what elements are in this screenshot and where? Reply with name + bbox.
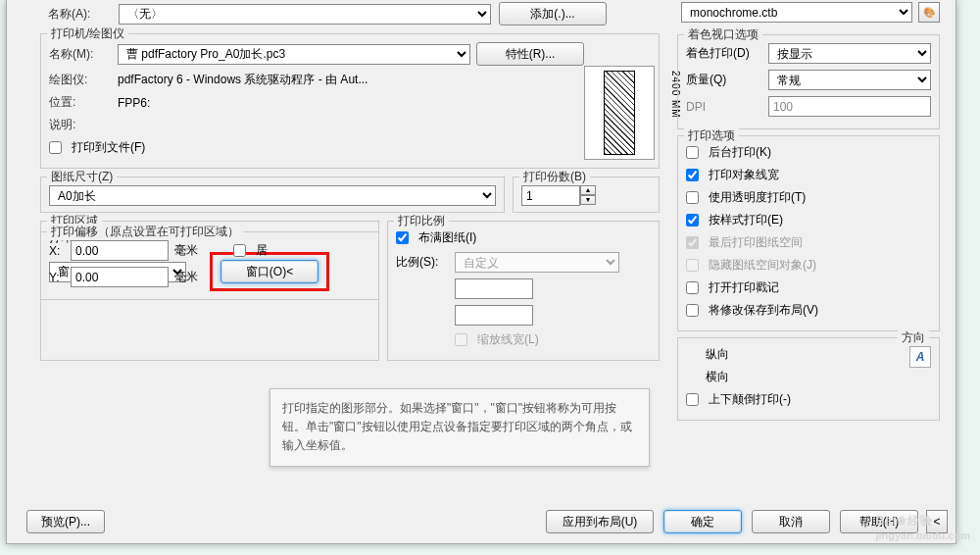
lineweights-checkbox[interactable] (686, 169, 699, 181)
apply-layout-button[interactable]: 应用到布局(U) (546, 510, 654, 533)
cancel-button[interactable]: 取消 (752, 510, 830, 533)
last-paperspace-checkbox (686, 236, 699, 249)
name-m-select[interactable]: 曹 pdfFactory Pro_A0加长.pc3 (118, 44, 470, 65)
transparency-checkbox[interactable] (686, 191, 699, 204)
location-value: FPP6: (118, 96, 150, 110)
copies-spinner[interactable]: ▲▼ (521, 185, 596, 206)
transparency-label: 使用透明度打印(T) (709, 189, 806, 206)
portrait-label: 纵向 (706, 346, 729, 363)
copies-down[interactable]: ▼ (580, 195, 596, 205)
ctb-edit-button[interactable]: 🎨 (918, 2, 940, 23)
copies-legend: 打印份数(B) (519, 169, 590, 185)
plot-stamp-label: 打开打印戳记 (709, 279, 779, 296)
ok-button[interactable]: 确定 (663, 510, 742, 533)
copies-up[interactable]: ▲ (580, 185, 596, 195)
print-to-file-label: 打印到文件(F) (72, 139, 145, 156)
offset-fieldset: 打印偏移（原点设置在可打印区域） X: 毫米 居 Y: 毫米 (40, 231, 379, 300)
hide-paperspace-checkbox (686, 259, 699, 272)
upside-down-label: 上下颠倒打印(-) (709, 391, 791, 408)
y-unit: 毫米 (174, 269, 198, 285)
paper-size-fieldset: 图纸尺寸(Z) A0加长 (40, 177, 505, 213)
quality-label: 质量(Q) (686, 72, 762, 88)
landscape-label: 横向 (706, 369, 729, 385)
save-layout-label: 将修改保存到布局(V) (709, 302, 818, 319)
center-checkbox[interactable] (233, 244, 246, 257)
preview-button[interactable]: 预览(P)... (26, 510, 105, 533)
tooltip-popup: 打印指定的图形部分。如果选择"窗口"，"窗口"按钮将称为可用按钮。单击"窗口"按… (270, 388, 650, 467)
print-to-file-checkbox[interactable] (49, 141, 62, 154)
plotter-label: 绘图仪: (49, 72, 112, 88)
bg-plot-checkbox[interactable] (686, 146, 699, 159)
quality-select[interactable]: 常规 (768, 70, 931, 90)
help-button[interactable]: 帮助(H) (840, 510, 918, 533)
orientation-legend: 方向 (898, 329, 929, 346)
dialog-buttons: 预览(P)... 应用到布局(U) 确定 取消 帮助(H) < (26, 510, 948, 533)
x-unit: 毫米 (174, 242, 198, 259)
ratio-select: 自定义 (455, 252, 619, 273)
left-column: 名称(A): 〈无〉 添加(.)... 打印机/绘图仪 名称(M): 曹 pdf… (26, 0, 660, 306)
ratio-label: 比例(S): (396, 254, 449, 271)
hatch-icon (604, 71, 635, 155)
printer-legend: 打印机/绘图仪 (47, 25, 128, 42)
scale-unit2-input (455, 305, 533, 326)
add-button[interactable]: 添加(.)... (499, 2, 607, 25)
scale-unit1-input (455, 278, 533, 299)
location-label: 位置: (49, 94, 112, 111)
scale-lineweights-label: 缩放线宽(L) (477, 331, 539, 348)
ctb-row: monochrome.ctb 🎨 (669, 0, 948, 28)
plot-dialog: 名称(A): 〈无〉 添加(.)... 打印机/绘图仪 名称(M): 曹 pdf… (6, 0, 956, 544)
orientation-icon: A (909, 346, 931, 368)
paper-preview: 2400 MM (584, 66, 655, 160)
paper-size-select[interactable]: A0加长 (49, 185, 496, 206)
lineweights-label: 打印对象线宽 (709, 167, 779, 183)
save-layout-checkbox[interactable] (686, 304, 699, 317)
scale-lineweights-checkbox (455, 333, 467, 346)
y-input[interactable] (71, 267, 169, 287)
plot-styles-checkbox[interactable] (686, 214, 699, 227)
properties-button[interactable]: 特性(R)... (476, 42, 584, 66)
orientation-fieldset: 方向 纵向 横向 上下颠倒打印(-) A (677, 337, 940, 421)
name-a-select[interactable]: 〈无〉 (119, 4, 491, 25)
hide-paperspace-label: 隐藏图纸空间对象(J) (709, 257, 816, 274)
description-label: 说明: (49, 117, 112, 133)
name-m-label: 名称(M): (49, 46, 112, 63)
shade-print-select[interactable]: 按显示 (768, 43, 931, 64)
plot-styles-label: 按样式打印(E) (709, 212, 783, 228)
printer-fieldset: 打印机/绘图仪 名称(M): 曹 pdfFactory Pro_A0加长.pc3… (40, 33, 660, 169)
print-scale-fieldset: 打印比例 布满图纸(I) 比例(S): 自定义 (387, 221, 660, 361)
paper-size-legend: 图纸尺寸(Z) (47, 169, 117, 185)
print-scale-legend: 打印比例 (394, 213, 449, 229)
name-a-label: 名称(A): (48, 6, 111, 23)
center-label: 居 (256, 242, 268, 259)
dpi-input (768, 96, 931, 117)
fit-to-paper-label: 布满图纸(I) (418, 229, 476, 246)
upside-down-checkbox[interactable] (686, 393, 699, 406)
fit-to-paper-checkbox[interactable] (396, 231, 409, 244)
ctb-select[interactable]: monochrome.ctb (681, 2, 912, 23)
right-column: monochrome.ctb 🎨 着色视口选项 着色打印(D) 按显示 质量(Q… (669, 0, 948, 427)
chevron-left-icon: < (933, 515, 940, 529)
plotter-value: pdfFactory 6 - Windows 系统驱动程序 - 由 Aut... (118, 72, 368, 88)
tooltip-text: 打印指定的图形部分。如果选择"窗口"，"窗口"按钮将称为可用按钮。单击"窗口"按… (282, 401, 632, 452)
bg-plot-label: 后台打印(K) (709, 144, 771, 161)
last-paperspace-label: 最后打印图纸空间 (709, 234, 803, 251)
dpi-label: DPI (686, 100, 762, 114)
x-input[interactable] (71, 240, 169, 261)
print-options-fieldset: 打印选项 后台打印(K) 打印对象线宽 使用透明度打印(T) 按样式打印(E) … (677, 135, 940, 331)
expand-arrow-button[interactable]: < (926, 510, 948, 533)
x-label: X: (49, 244, 65, 258)
copies-fieldset: 打印份数(B) ▲▼ (513, 177, 660, 213)
plot-stamp-checkbox[interactable] (686, 281, 699, 294)
offset-legend: 打印偏移（原点设置在可打印区域） (47, 224, 243, 240)
copies-input[interactable] (521, 185, 580, 206)
y-label: Y: (49, 271, 65, 284)
palette-icon: 🎨 (923, 7, 935, 18)
print-options-legend: 打印选项 (684, 127, 739, 144)
shade-fieldset: 着色视口选项 着色打印(D) 按显示 质量(Q) 常规 DPI (677, 34, 940, 129)
shade-print-label: 着色打印(D) (686, 45, 762, 62)
shade-legend: 着色视口选项 (684, 26, 762, 43)
